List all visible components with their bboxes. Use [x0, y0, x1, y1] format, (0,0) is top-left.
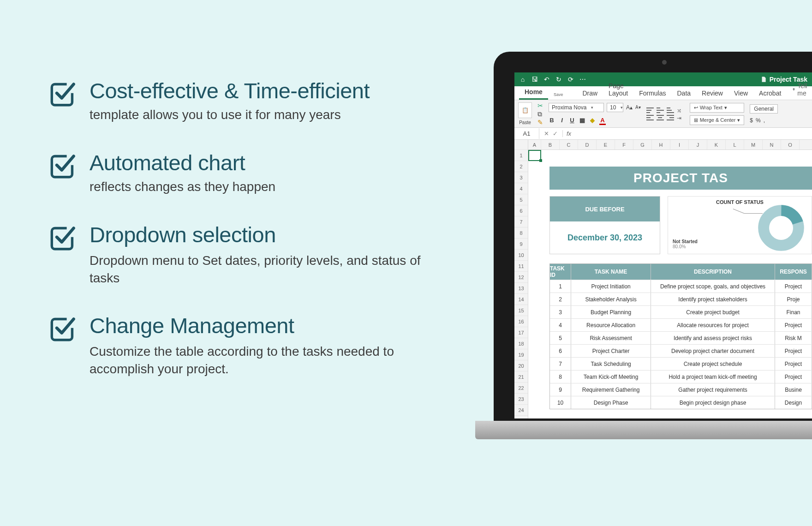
cell-desc[interactable]: Identify project stakeholders [651, 293, 775, 305]
table-row[interactable]: 6Project CharterDevelop project charter … [550, 344, 812, 357]
currency-icon[interactable]: $ [750, 117, 753, 124]
enter-icon[interactable]: ✓ [553, 130, 558, 137]
column-header[interactable]: H [652, 140, 670, 149]
table-row[interactable]: 3Budget PlanningCreate project budgetFin… [550, 305, 812, 318]
format-painter-icon[interactable]: ✎ [537, 119, 543, 126]
column-header[interactable]: B [541, 140, 560, 149]
column-header[interactable]: J [689, 140, 707, 149]
cell-name[interactable]: Design Phase [571, 396, 651, 409]
row-header[interactable]: 5 [514, 194, 528, 205]
row-header[interactable]: 4 [514, 183, 528, 194]
row-header[interactable]: 6 [514, 205, 528, 216]
cell-name[interactable]: Requirement Gathering [571, 383, 651, 396]
orientation-icon[interactable]: ⤭ [677, 108, 684, 113]
cell-desc[interactable]: Hold a project team kick-off meeting [651, 371, 775, 383]
spreadsheet-grid[interactable]: 1234567891011121314151617181920212223242… [514, 140, 812, 418]
row-header[interactable]: 15 [514, 305, 528, 316]
merge-center-button[interactable]: ⊞ Merge & Center ▾ [690, 115, 745, 125]
column-header[interactable]: M [744, 140, 763, 149]
tab-acrobat[interactable]: Acrobat [753, 87, 787, 100]
indent-icon[interactable]: ⇥ [677, 115, 684, 120]
row-header[interactable]: 16 [514, 316, 528, 327]
cell-resp[interactable]: Finan [775, 306, 812, 318]
column-header[interactable]: G [633, 140, 652, 149]
cell-name[interactable]: Budget Planning [571, 306, 651, 318]
column-header[interactable]: L [726, 140, 744, 149]
cell-name[interactable]: Risk Assessment [571, 332, 651, 344]
percent-icon[interactable]: % [756, 117, 761, 124]
cell-id[interactable]: 1 [550, 280, 571, 293]
cell-desc[interactable]: Gather project requirements [651, 383, 775, 396]
row-header[interactable]: 10 [514, 250, 528, 261]
cell-desc[interactable]: Define project scope, goals, and objecti… [651, 280, 775, 293]
cell-id[interactable]: 4 [550, 319, 571, 331]
row-header[interactable]: 1 [514, 150, 528, 161]
cell-resp[interactable]: Project [775, 371, 812, 383]
table-row[interactable]: 1Project InitiationDefine project scope,… [550, 280, 812, 293]
table-row[interactable]: 4Resource AllocationAllocate resources f… [550, 318, 812, 331]
table-row[interactable]: 7Task SchedulingCreate project scheduleP… [550, 357, 812, 370]
cell-name[interactable]: Project Initiation [571, 280, 651, 293]
row-header[interactable]: 17 [514, 327, 528, 338]
copy-icon[interactable]: ⧉ [537, 111, 543, 117]
cell-resp[interactable]: Project [775, 280, 812, 293]
table-row[interactable]: 8Team Kick-off MeetingHold a project tea… [550, 370, 812, 383]
align-bottom-icon[interactable] [667, 108, 674, 113]
font-color-button[interactable]: A [599, 117, 606, 125]
wrap-text-button[interactable]: ↩ Wrap Text ▾ [690, 103, 745, 113]
underline-button[interactable]: U [569, 117, 575, 125]
cancel-icon[interactable]: ✕ [544, 130, 549, 137]
decrease-font-icon[interactable]: A▾ [635, 105, 641, 110]
column-header[interactable]: D [578, 140, 597, 149]
more-icon[interactable]: ⋯ [579, 76, 586, 83]
cell-desc[interactable]: Create project schedule [651, 358, 775, 370]
cell-desc[interactable]: Allocate resources for project [651, 319, 775, 331]
row-header[interactable]: 11 [514, 261, 528, 272]
row-header[interactable]: 23 [514, 394, 528, 405]
comma-icon[interactable]: , [764, 117, 765, 124]
cell-resp[interactable]: Design [775, 396, 812, 409]
italic-button[interactable]: I [559, 117, 565, 125]
row-header[interactable]: 7 [514, 216, 528, 227]
cell-id[interactable]: 3 [550, 306, 571, 318]
cell-resp[interactable]: Project [775, 358, 812, 370]
cell-desc[interactable]: Identify and assess project risks [651, 332, 775, 344]
cell-name[interactable]: Team Kick-off Meeting [571, 371, 651, 383]
align-center-icon[interactable] [657, 115, 664, 120]
cell-id[interactable]: 8 [550, 371, 571, 383]
size-select[interactable]: 10 [607, 103, 623, 112]
cell-resp[interactable]: Proje [775, 293, 812, 305]
column-header[interactable]: O [781, 140, 800, 149]
row-header[interactable]: 22 [514, 383, 528, 394]
cell-name[interactable]: Project Charter [571, 345, 651, 357]
tab-page-layout[interactable]: Page Layout [603, 79, 633, 100]
row-header[interactable]: 14 [514, 294, 528, 305]
cell-id[interactable]: 5 [550, 332, 571, 344]
row-header[interactable]: 12 [514, 272, 528, 283]
cell-desc[interactable]: Develop project charter document [651, 345, 775, 357]
cell-id[interactable]: 7 [550, 358, 571, 370]
select-all[interactable] [514, 140, 528, 150]
fill-color-button[interactable]: ◆ [589, 117, 596, 125]
cell-resp[interactable]: Project [775, 319, 812, 331]
cell-id[interactable]: 2 [550, 293, 571, 305]
name-box[interactable]: A1 [514, 128, 539, 139]
row-header[interactable]: 9 [514, 239, 528, 250]
row-header[interactable]: 3 [514, 172, 528, 183]
column-header[interactable]: I [670, 140, 689, 149]
border-button[interactable]: ▦ [579, 117, 585, 125]
cell-resp[interactable]: Project [775, 345, 812, 357]
redo-icon[interactable]: ↻ [555, 76, 562, 83]
table-row[interactable]: 10Design PhaseBegin project design phase… [550, 396, 812, 409]
row-header[interactable]: 2 [514, 161, 528, 172]
column-header[interactable]: A [528, 140, 541, 149]
row-header[interactable]: 19 [514, 349, 528, 360]
cut-icon[interactable]: ✂ [537, 102, 543, 109]
cell-id[interactable]: 10 [550, 396, 571, 409]
row-header[interactable]: 8 [514, 227, 528, 239]
home-icon[interactable]: ⌂ [519, 76, 526, 83]
save-icon[interactable]: 🖫 [531, 76, 538, 83]
cell-desc[interactable]: Begin project design phase [651, 396, 775, 409]
tell-me[interactable]: Tell me [787, 79, 812, 100]
cell-name[interactable]: Stakeholder Analysis [571, 293, 651, 305]
